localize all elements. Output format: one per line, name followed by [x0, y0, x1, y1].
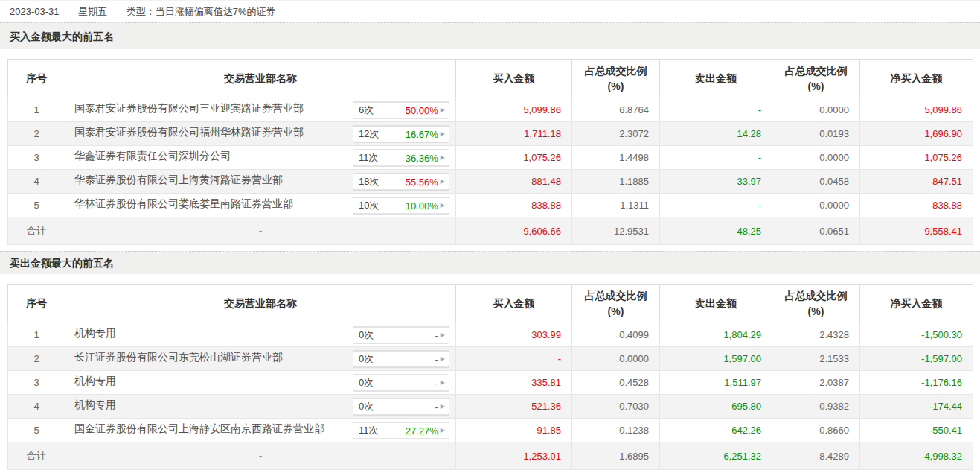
- dragon-tiger-list-page: 2023-03-31 星期五 类型：当日涨幅偏离值达7%的证券 买入金额最大的前…: [0, 0, 980, 470]
- branch-name: 华泰证券股份有限公司上海黄河路证券营业部: [74, 174, 283, 187]
- buy-pct-cell: 1.6895: [572, 442, 660, 470]
- section-title-sell-text: 卖出金额最大的前五名: [10, 257, 114, 269]
- sell-table-body: 1机构专用0次-▶303.990.40991,804.292.4328-1,50…: [8, 323, 973, 470]
- table-header-row: 序号交易营业部名称买入金额占总成交比例 (%)卖出金额占总成交比例 (%)净买入…: [8, 285, 973, 323]
- net-amount-cell: -4,998.32: [860, 442, 973, 470]
- sell-amount-cell: 48.25: [660, 217, 772, 245]
- buy-amount-cell: 5,099.86: [456, 98, 572, 122]
- badge-percent: 50.00%: [406, 104, 438, 115]
- col-header-1: 交易营业部名称: [65, 60, 456, 98]
- table-row: 4华泰证券股份有限公司上海黄河路证券营业部18次55.56%▶881.481.1…: [8, 170, 973, 194]
- rank-badge[interactable]: 0次-▶: [353, 398, 449, 415]
- net-amount-cell: -1,176.16: [860, 371, 973, 395]
- table-row: 2长江证券股份有限公司东莞松山湖证券营业部0次-▶-0.00001,597.00…: [8, 347, 973, 371]
- net-amount-cell: -550.41: [860, 419, 973, 442]
- buy-pct-cell: 0.7030: [572, 395, 660, 419]
- total-label-cell: 合计: [8, 442, 65, 470]
- sell-amount-cell: 33.97: [660, 170, 772, 194]
- badge-count: 11次: [359, 424, 379, 437]
- branch-name: 长江证券股份有限公司东莞松山湖证券营业部: [74, 351, 283, 364]
- branch-cell: 华泰证券股份有限公司上海黄河路证券营业部18次55.56%▶: [65, 170, 456, 194]
- col-header-3: 占总成交比例 (%): [572, 285, 660, 323]
- net-amount-cell: 847.51: [860, 170, 973, 194]
- expand-arrow-icon: ▶: [441, 404, 445, 410]
- sell-pct-cell: 0.9382: [772, 395, 860, 419]
- seq-cell: 4: [8, 170, 65, 194]
- buy-table-body: 1国泰君安证券股份有限公司三亚迎宾路证券营业部6次50.00%▶5,099.86…: [8, 98, 973, 245]
- report-date: 2023-03-31: [10, 6, 60, 17]
- table-row: 3机构专用0次-▶335.810.45281,511.972.0387-1,17…: [8, 371, 973, 395]
- seq-cell: 5: [8, 419, 65, 442]
- table-row: 5华林证券股份有限公司娄底娄星南路证券营业部10次10.00%▶838.881.…: [8, 194, 973, 217]
- sell-amount-cell: -: [660, 98, 772, 122]
- rank-badge[interactable]: 6次50.00%▶: [353, 101, 449, 118]
- expand-arrow-icon: ▶: [441, 107, 445, 113]
- rank-badge[interactable]: 12次16.67%▶: [353, 125, 449, 142]
- badge-count: 0次: [359, 328, 374, 342]
- badge-percent: 36.36%: [406, 152, 438, 163]
- buy-amount-cell: 1,075.26: [456, 146, 572, 170]
- sell-amount-cell: 695.80: [660, 395, 772, 419]
- table-row: 3华鑫证券有限责任公司深圳分公司11次36.36%▶1,075.261.4498…: [8, 146, 973, 170]
- seq-cell: 1: [8, 98, 65, 122]
- expand-arrow-icon: ▶: [441, 332, 445, 338]
- buy-pct-cell: 1.4498: [572, 146, 660, 170]
- col-header-2: 买入金额: [456, 285, 572, 323]
- buy-pct-cell: 0.1238: [572, 419, 660, 442]
- net-amount-cell: -1,500.30: [860, 323, 973, 347]
- sell-amount-cell: 1,804.29: [660, 323, 772, 347]
- buy-amount-cell: 303.99: [456, 323, 572, 347]
- expand-arrow-icon: ▶: [441, 179, 445, 185]
- buy-pct-cell: 1.1311: [572, 194, 660, 217]
- badge-percent: 16.67%: [406, 128, 438, 139]
- col-header-6: 净买入金额: [860, 285, 973, 323]
- branch-cell: 国泰君安证券股份有限公司福州华林路证券营业部12次16.67%▶: [65, 122, 456, 146]
- sell-pct-cell: 0.0458: [772, 170, 860, 194]
- badge-count: 10次: [359, 199, 379, 212]
- buy-amount-cell: 9,606.66: [456, 217, 572, 245]
- sell-amount-cell: 1,511.97: [660, 371, 772, 395]
- badge-count: 0次: [359, 400, 374, 413]
- sell-pct-cell: 2.1533: [772, 347, 860, 371]
- sell-pct-cell: 0.0000: [772, 194, 860, 217]
- col-header-3: 占总成交比例 (%): [572, 60, 660, 98]
- expand-arrow-icon: ▶: [441, 428, 445, 434]
- sell-amount-cell: -: [660, 146, 772, 170]
- net-amount-cell: -1,597.00: [860, 347, 973, 371]
- branch-cell: 长江证券股份有限公司东莞松山湖证券营业部0次-▶: [65, 347, 456, 371]
- branch-cell: 华鑫证券有限责任公司深圳分公司11次36.36%▶: [65, 146, 456, 170]
- buy-pct-cell: 12.9531: [572, 217, 660, 245]
- buy-amount-cell: 1,711.18: [456, 122, 572, 146]
- rank-badge[interactable]: 11次36.36%▶: [353, 149, 449, 166]
- col-header-5: 占总成交比例 (%): [772, 60, 860, 98]
- badge-percent: -: [435, 329, 438, 340]
- buy-amount-cell: 1,253.01: [456, 442, 572, 470]
- badge-count: 11次: [359, 151, 379, 165]
- col-header-4: 卖出金额: [660, 60, 772, 98]
- buy-amount-cell: 91.85: [456, 419, 572, 442]
- badge-percent: -: [435, 401, 438, 412]
- col-header-5: 占总成交比例 (%): [772, 285, 860, 323]
- net-amount-cell: 5,099.86: [860, 98, 973, 122]
- rank-badge[interactable]: 0次-▶: [353, 374, 449, 391]
- badge-percent: 10.00%: [406, 200, 438, 211]
- branch-cell: 华林证券股份有限公司娄底娄星南路证券营业部10次10.00%▶: [65, 194, 456, 217]
- total-name-cell: -: [65, 217, 456, 245]
- seq-cell: 5: [8, 194, 65, 217]
- buy-amount-cell: 838.88: [456, 194, 572, 217]
- badge-percent: -: [435, 353, 438, 364]
- seq-cell: 2: [8, 347, 65, 371]
- badge-count: 6次: [359, 104, 374, 117]
- badge-count: 12次: [359, 127, 379, 141]
- rank-badge[interactable]: 0次-▶: [353, 326, 449, 343]
- seq-cell: 1: [8, 323, 65, 347]
- sell-amount-cell: 6,251.32: [660, 442, 772, 470]
- net-amount-cell: 1,696.90: [860, 122, 973, 146]
- rank-badge[interactable]: 18次55.56%▶: [353, 173, 449, 190]
- rank-badge[interactable]: 10次10.00%▶: [353, 197, 449, 214]
- buy-top5-table: 序号交易营业部名称买入金额占总成交比例 (%)卖出金额占总成交比例 (%)净买入…: [7, 59, 973, 245]
- rank-badge[interactable]: 11次27.27%▶: [353, 422, 449, 439]
- buy-amount-cell: 335.81: [456, 371, 572, 395]
- expand-arrow-icon: ▶: [441, 155, 445, 161]
- rank-badge[interactable]: 0次-▶: [353, 350, 449, 367]
